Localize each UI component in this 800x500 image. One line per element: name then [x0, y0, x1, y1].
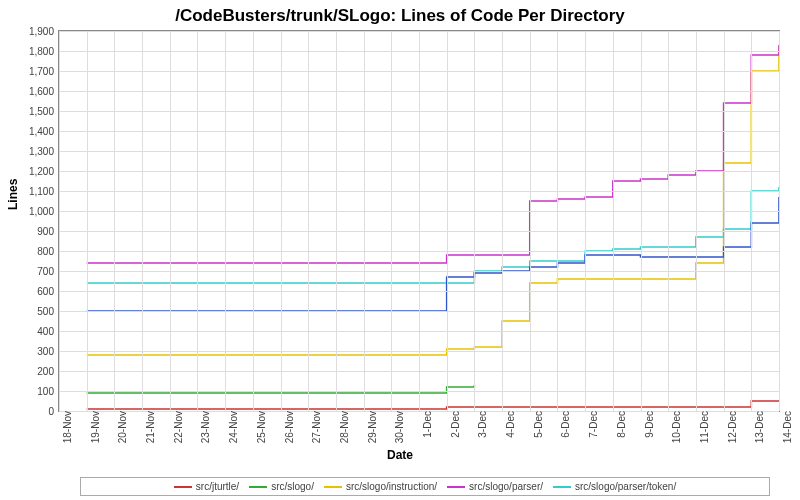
x-tick: 19-Nov [87, 411, 101, 443]
x-tick: 1-Dec [419, 411, 433, 438]
legend-label: src/slogo/parser/token/ [575, 481, 676, 492]
x-tick: 26-Nov [281, 411, 295, 443]
legend-label: src/slogo/ [271, 481, 314, 492]
chart-title: /CodeBusters/trunk/SLogo: Lines of Code … [0, 6, 800, 26]
y-tick: 1,600 [29, 86, 59, 97]
y-tick: 1,200 [29, 166, 59, 177]
y-tick: 300 [37, 346, 59, 357]
x-tick: 14-Dec [779, 411, 793, 443]
y-tick: 1,100 [29, 186, 59, 197]
series-line [87, 197, 779, 311]
legend-swatch [324, 486, 342, 488]
x-tick: 3-Dec [474, 411, 488, 438]
x-tick: 23-Nov [197, 411, 211, 443]
x-tick: 5-Dec [530, 411, 544, 438]
legend-swatch [249, 486, 267, 488]
x-tick: 22-Nov [170, 411, 184, 443]
y-tick: 1,000 [29, 206, 59, 217]
legend-item: src/slogo/parser/ [447, 481, 543, 492]
series-line [87, 187, 779, 283]
y-tick: 1,900 [29, 26, 59, 37]
x-tick: 25-Nov [253, 411, 267, 443]
y-tick: 600 [37, 286, 59, 297]
y-tick: 1,500 [29, 106, 59, 117]
y-tick: 0 [48, 406, 59, 417]
x-tick: 12-Dec [724, 411, 738, 443]
x-tick: 18-Nov [59, 411, 73, 443]
x-axis-label: Date [0, 448, 800, 462]
x-tick: 11-Dec [696, 411, 710, 443]
y-tick: 700 [37, 266, 59, 277]
x-tick: 30-Nov [391, 411, 405, 443]
plot-area: 01002003004005006007008009001,0001,1001,… [58, 30, 780, 412]
series-line [87, 47, 779, 355]
y-tick: 100 [37, 386, 59, 397]
legend-item: src/slogo/parser/token/ [553, 481, 676, 492]
y-tick: 400 [37, 326, 59, 337]
loc-chart: /CodeBusters/trunk/SLogo: Lines of Code … [0, 0, 800, 500]
x-tick: 27-Nov [308, 411, 322, 443]
y-tick: 900 [37, 226, 59, 237]
x-tick: 28-Nov [336, 411, 350, 443]
y-tick: 500 [37, 306, 59, 317]
x-tick: 9-Dec [641, 411, 655, 438]
x-tick: 20-Nov [114, 411, 128, 443]
legend: src/jturtle/src/slogo/src/slogo/instruct… [80, 477, 770, 496]
series-line [87, 401, 779, 409]
x-tick: 4-Dec [502, 411, 516, 438]
x-tick: 2-Dec [447, 411, 461, 438]
x-tick: 7-Dec [585, 411, 599, 438]
y-tick: 1,800 [29, 46, 59, 57]
x-tick: 24-Nov [225, 411, 239, 443]
legend-swatch [553, 486, 571, 488]
legend-item: src/slogo/instruction/ [324, 481, 437, 492]
x-tick: 21-Nov [142, 411, 156, 443]
y-tick: 200 [37, 366, 59, 377]
legend-label: src/jturtle/ [196, 481, 239, 492]
legend-item: src/jturtle/ [174, 481, 239, 492]
x-tick: 8-Dec [613, 411, 627, 438]
legend-swatch [447, 486, 465, 488]
x-tick: 29-Nov [364, 411, 378, 443]
legend-swatch [174, 486, 192, 488]
legend-label: src/slogo/parser/ [469, 481, 543, 492]
y-tick: 800 [37, 246, 59, 257]
y-tick: 1,400 [29, 126, 59, 137]
x-tick: 13-Dec [751, 411, 765, 443]
x-tick: 6-Dec [557, 411, 571, 438]
y-tick: 1,700 [29, 66, 59, 77]
y-axis-label: Lines [6, 179, 20, 210]
legend-label: src/slogo/instruction/ [346, 481, 437, 492]
x-tick: 10-Dec [668, 411, 682, 443]
legend-item: src/slogo/ [249, 481, 314, 492]
y-tick: 1,300 [29, 146, 59, 157]
